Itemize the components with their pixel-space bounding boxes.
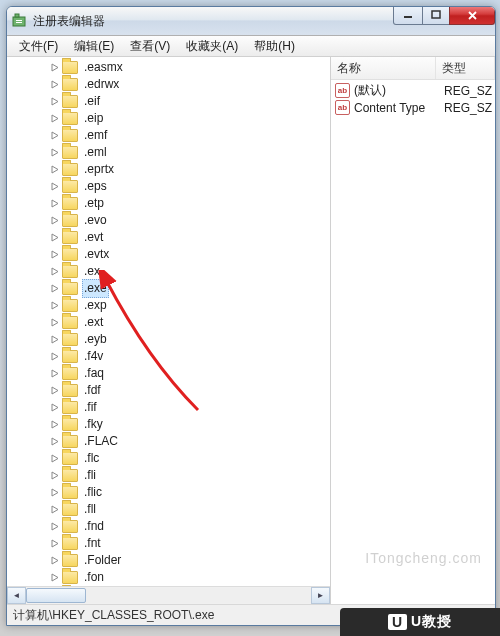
tree-node[interactable]: .easmx — [11, 59, 330, 76]
expand-icon[interactable] — [49, 572, 61, 584]
expand-icon[interactable] — [49, 249, 61, 261]
tree-node[interactable]: .etp — [11, 195, 330, 212]
tree-node[interactable]: .evt — [11, 229, 330, 246]
expand-icon[interactable] — [49, 232, 61, 244]
folder-icon — [62, 95, 78, 108]
tree-node[interactable]: .fif — [11, 399, 330, 416]
tree-node[interactable]: .fdf — [11, 382, 330, 399]
expand-icon[interactable] — [49, 96, 61, 108]
menu-file[interactable]: 文件(F) — [11, 36, 66, 57]
window-controls — [394, 6, 495, 25]
app-icon — [11, 13, 27, 29]
tree-node-label: .eif — [82, 93, 102, 110]
tree-node[interactable]: .exp — [11, 297, 330, 314]
folder-icon — [62, 452, 78, 465]
tree-node[interactable]: .fky — [11, 416, 330, 433]
tree-node[interactable]: .eif — [11, 93, 330, 110]
tree-node[interactable]: .ex_ — [11, 263, 330, 280]
scroll-track[interactable] — [26, 588, 311, 603]
tree-node[interactable]: .evtx — [11, 246, 330, 263]
menu-favorites[interactable]: 收藏夹(A) — [178, 36, 246, 57]
tree-node[interactable]: .eps — [11, 178, 330, 195]
status-path: 计算机\HKEY_CLASSES_ROOT\.exe — [13, 607, 214, 624]
expand-icon[interactable] — [49, 317, 61, 329]
expand-icon[interactable] — [49, 521, 61, 533]
expand-icon[interactable] — [49, 402, 61, 414]
tree-node-label: .evo — [82, 212, 109, 229]
tree[interactable]: .easmx.edrwx.eif.eip.emf.eml.eprtx.eps.e… — [7, 57, 330, 586]
expand-icon[interactable] — [49, 385, 61, 397]
expand-icon[interactable] — [49, 351, 61, 363]
expand-icon[interactable] — [49, 266, 61, 278]
tree-node-label: .fnt — [82, 535, 103, 552]
value-type: REG_SZ — [444, 101, 492, 115]
column-type[interactable]: 类型 — [436, 57, 495, 79]
value-row[interactable]: Content Type REG_SZ — [331, 99, 495, 116]
expand-icon[interactable] — [49, 538, 61, 550]
close-button[interactable] — [449, 6, 495, 25]
tree-node[interactable]: .ext — [11, 314, 330, 331]
tree-node[interactable]: .FLAC — [11, 433, 330, 450]
expand-icon[interactable] — [49, 300, 61, 312]
maximize-button[interactable] — [422, 6, 450, 25]
folder-icon — [62, 469, 78, 482]
folder-icon — [62, 129, 78, 142]
expand-icon[interactable] — [49, 113, 61, 125]
expand-icon[interactable] — [49, 283, 61, 295]
scroll-left-button[interactable]: ◄ — [7, 587, 26, 604]
tree-node[interactable]: .eip — [11, 110, 330, 127]
tree-node[interactable]: .fnt — [11, 535, 330, 552]
scroll-thumb[interactable] — [26, 588, 86, 603]
expand-icon[interactable] — [49, 164, 61, 176]
tree-node[interactable]: .evo — [11, 212, 330, 229]
tree-node[interactable]: .Folder — [11, 552, 330, 569]
expand-icon[interactable] — [49, 62, 61, 74]
column-name[interactable]: 名称 — [331, 57, 436, 79]
expand-icon[interactable] — [49, 130, 61, 142]
expand-icon[interactable] — [49, 334, 61, 346]
expand-icon[interactable] — [49, 181, 61, 193]
tree-node[interactable]: .eml — [11, 144, 330, 161]
expand-icon[interactable] — [49, 470, 61, 482]
tree-node-label: .exp — [82, 297, 109, 314]
minimize-button[interactable] — [393, 6, 423, 25]
tree-node[interactable]: .faq — [11, 365, 330, 382]
value-row[interactable]: (默认) REG_SZ — [331, 82, 495, 99]
tree-node[interactable]: .flc — [11, 450, 330, 467]
tree-node-label: .fli — [82, 467, 98, 484]
tree-node[interactable]: .f4v — [11, 348, 330, 365]
tree-node[interactable]: .fnd — [11, 518, 330, 535]
menu-help[interactable]: 帮助(H) — [246, 36, 303, 57]
expand-icon[interactable] — [49, 215, 61, 227]
regedit-window: 注册表编辑器 文件(F) 编辑(E) 查看(V) 收藏夹(A) 帮助(H) .e… — [6, 6, 496, 626]
list-body[interactable]: (默认) REG_SZ Content Type REG_SZ — [331, 80, 495, 604]
scroll-right-button[interactable]: ► — [311, 587, 330, 604]
expand-icon[interactable] — [49, 504, 61, 516]
expand-icon[interactable] — [49, 198, 61, 210]
expand-icon[interactable] — [49, 436, 61, 448]
folder-icon — [62, 316, 78, 329]
tree-node[interactable]: .fon — [11, 569, 330, 586]
expand-icon[interactable] — [49, 487, 61, 499]
tree-node[interactable]: .eprtx — [11, 161, 330, 178]
folder-icon — [62, 112, 78, 125]
tree-node[interactable]: .fll — [11, 501, 330, 518]
expand-icon[interactable] — [49, 555, 61, 567]
tree-node[interactable]: .eyb — [11, 331, 330, 348]
expand-icon[interactable] — [49, 453, 61, 465]
titlebar[interactable]: 注册表编辑器 — [7, 7, 495, 36]
expand-icon[interactable] — [49, 147, 61, 159]
expand-icon[interactable] — [49, 368, 61, 380]
tree-node[interactable]: .fli — [11, 467, 330, 484]
tree-node[interactable]: .emf — [11, 127, 330, 144]
menu-edit[interactable]: 编辑(E) — [66, 36, 122, 57]
tree-node[interactable]: .flic — [11, 484, 330, 501]
list-header[interactable]: 名称 类型 — [331, 57, 495, 80]
horizontal-scrollbar[interactable]: ◄ ► — [7, 586, 330, 604]
menu-view[interactable]: 查看(V) — [122, 36, 178, 57]
tree-node-label: .exe — [82, 279, 109, 298]
expand-icon[interactable] — [49, 79, 61, 91]
expand-icon[interactable] — [49, 419, 61, 431]
tree-node[interactable]: .exe — [11, 280, 330, 297]
tree-node[interactable]: .edrwx — [11, 76, 330, 93]
